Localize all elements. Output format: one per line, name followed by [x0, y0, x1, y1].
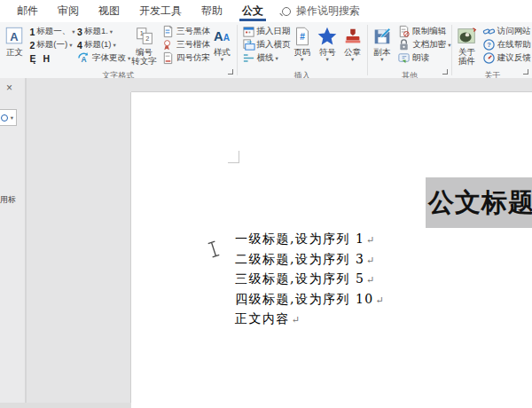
svg-text:#: # [300, 32, 305, 42]
svg-text:2: 2 [145, 35, 149, 43]
tab-mailings[interactable]: 邮件 [7, 0, 48, 22]
dialog-launcher-icon[interactable] [523, 69, 528, 75]
star-icon [317, 25, 338, 48]
tab-view[interactable]: 视图 [89, 0, 129, 22]
heading4-style-button[interactable]: 4 标题(1) ▾ [74, 38, 129, 51]
heading4-line: 四级标题,设为序列 10↵ [235, 289, 384, 310]
heading2-line: 二级标题,设为序列 3↵ [235, 249, 384, 270]
chevron-down-icon[interactable]: ▾ [11, 115, 13, 121]
page-number-icon: # [292, 25, 313, 48]
document-title[interactable]: 公文标题↵ [426, 177, 532, 228]
emphasis-buttons[interactable]: Ę H [27, 51, 75, 65]
svg-text:A: A [223, 33, 231, 43]
feedback-button[interactable]: 建议反馈 [480, 51, 530, 65]
heading1-style-button[interactable]: 1 标题一、 ▾ [27, 25, 75, 38]
ribbon-group-about: 关于 插件 访问网站 ? 在线帮助 建议反馈 关于 [452, 22, 532, 78]
insert-date-button[interactable]: 插入日期 [239, 25, 290, 38]
floppy-pencil-icon [372, 25, 393, 48]
page-number-button[interactable]: # 页码 ▾ [290, 24, 315, 63]
chevron-down-icon[interactable]: ▾ [380, 57, 383, 62]
body-style-button[interactable]: A 正文 [2, 24, 27, 58]
lines-icon [242, 51, 255, 65]
search-icon [282, 7, 291, 16]
page-underline-icon [161, 51, 175, 65]
heading3-style-button[interactable]: 3 标题1. ▾ [74, 25, 129, 38]
photo-icon [457, 25, 478, 48]
styles-aa-icon: AA [211, 25, 232, 48]
size4-fangsong-button[interactable]: 四号仿宋 [159, 51, 209, 65]
size3-kaiti-button[interactable]: 三号楷体 [159, 38, 209, 51]
horizontal-line-button[interactable]: 横线 ▾ [239, 51, 290, 65]
chevron-down-icon[interactable]: ▾ [276, 56, 278, 61]
duplicate-button[interactable]: 副本 ▾ [370, 24, 395, 63]
read-aloud-icon [397, 51, 411, 65]
number-to-text-button[interactable]: 12 编号 转文字 [129, 24, 159, 67]
chevron-down-icon[interactable]: ▾ [221, 57, 223, 62]
online-help-button[interactable]: ? 在线帮助 [480, 38, 530, 51]
tab-review[interactable]: 审阅 [48, 0, 89, 22]
ribbon-group-insert: 插入日期 插入横页 横线 ▾ # 页码 ▾ [238, 22, 367, 78]
paragraph-mark: ↵ [376, 294, 384, 306]
dialog-launcher-icon[interactable] [442, 69, 448, 75]
font-change-button[interactable]: A 字体更改 ▾ [74, 51, 129, 65]
svg-text:A: A [11, 30, 19, 43]
chevron-down-icon[interactable]: ▾ [448, 43, 450, 48]
restrict-page-icon [397, 25, 411, 38]
symbol-button[interactable]: 符号 ▾ [315, 24, 340, 63]
lock-icon [397, 38, 411, 51]
chevron-down-icon[interactable]: ▾ [69, 43, 72, 48]
svg-text:A: A [82, 55, 87, 64]
numbered-pages-icon: 12 [134, 25, 155, 48]
size3-heiti-button[interactable]: 三号黑体 [159, 25, 209, 38]
svg-text:A: A [214, 29, 223, 43]
about-plugin-button[interactable]: 关于 插件 [454, 24, 480, 67]
heading1-line: 一级标题,设为序列 1↵ [235, 229, 384, 249]
chevron-down-icon[interactable]: ▾ [351, 57, 354, 62]
medal-icon [161, 38, 175, 51]
question-icon: ? [482, 38, 496, 51]
page-icon [161, 25, 175, 38]
official-seal-button[interactable]: 公章 ▾ [340, 24, 364, 63]
heading2-style-button[interactable]: 2 标题(一) ▾ [27, 38, 75, 51]
restrict-editing-button[interactable]: 限制编辑 [395, 25, 450, 38]
tab-gongwen[interactable]: 公文 [232, 0, 273, 22]
read-aloud-button[interactable]: 朗读 [395, 51, 450, 65]
letter-a-box-icon: A [4, 25, 25, 48]
font-refresh-icon: A [77, 51, 90, 65]
text-cursor-pointer [206, 239, 222, 259]
search-input[interactable]: ▾ [0, 109, 17, 126]
paragraph-mark: ↵ [292, 314, 300, 326]
close-icon[interactable]: × [6, 82, 12, 93]
style-gallery-button[interactable]: AA 样式 ▾ [209, 24, 235, 63]
chevron-down-icon[interactable]: ▾ [301, 57, 303, 62]
paragraph-mark: ↵ [366, 255, 374, 266]
tell-me-search[interactable]: 操作说明搜索 [282, 4, 360, 19]
chevron-down-icon[interactable]: ▾ [113, 43, 116, 48]
document-workspace: × ▾ 用标 公文标题↵ 一级标题,设为序列 1↵ 二级标题,设为序列 3↵ 三… [0, 78, 532, 408]
dialog-launcher-icon[interactable] [228, 69, 233, 75]
chevron-down-icon[interactable]: ▾ [110, 29, 113, 35]
link-icon [482, 25, 496, 38]
tab-developer[interactable]: 开发工具 [129, 0, 192, 22]
calendar-icon [242, 25, 255, 38]
navigation-pane: × ▾ 用标 [0, 78, 25, 408]
paragraph-mark: ↵ [366, 274, 374, 286]
bottom-edge-strip [0, 403, 131, 408]
svg-text:?: ? [487, 41, 491, 49]
chevron-down-icon[interactable]: ▾ [326, 57, 329, 62]
body-text-line: 正文内容↵ [235, 309, 384, 329]
margin-crop-mark [228, 151, 239, 163]
stamp-icon [342, 25, 364, 48]
feedback-icon [482, 51, 496, 65]
navigation-hint-text: 用标 [0, 194, 16, 206]
landscape-page-icon [242, 38, 255, 51]
paragraph-mark: ↵ [366, 234, 374, 246]
visit-website-button[interactable]: 访问网站 [480, 25, 530, 38]
document-body[interactable]: 一级标题,设为序列 1↵ 二级标题,设为序列 3↵ 三级标题,设为序列 5↵ 四… [235, 229, 384, 329]
encrypt-document-button[interactable]: 文档加密 ▾ [395, 38, 450, 51]
insert-landscape-page-button[interactable]: 插入横页 [239, 38, 290, 51]
ribbon-tab-bar: 邮件 审阅 视图 开发工具 帮助 公文 操作说明搜索 [0, 0, 532, 22]
ribbon-group-text-format: A 正文 1 标题一、 ▾ 2 标题(一) ▾ Ę H [0, 22, 237, 78]
tab-help[interactable]: 帮助 [192, 0, 232, 22]
pane-divider[interactable] [25, 78, 27, 408]
